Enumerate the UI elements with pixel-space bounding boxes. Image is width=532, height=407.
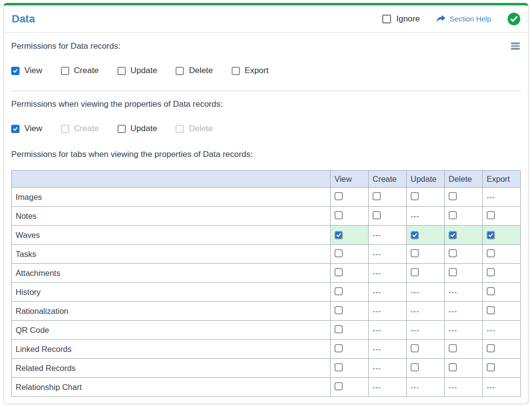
- checkbox-attachments-export[interactable]: [487, 268, 495, 276]
- perm-cell-rationalization-view[interactable]: [331, 302, 369, 321]
- checkbox-related-records-export[interactable]: [487, 363, 495, 371]
- checkbox-attachments-view[interactable]: [335, 268, 343, 276]
- checkbox-notes-view[interactable]: [335, 211, 343, 219]
- perm-cell-images-delete[interactable]: [445, 188, 483, 207]
- perm-cell-waves-view[interactable]: [331, 226, 369, 245]
- checkbox-notes-create[interactable]: [373, 211, 381, 219]
- perm-cell-waves-update[interactable]: [407, 226, 445, 245]
- perm-cell-tasks-delete[interactable]: [445, 245, 483, 264]
- not-applicable-marker: ---: [487, 193, 495, 201]
- checkbox-images-delete[interactable]: [449, 192, 457, 200]
- checkbox-related-records-update[interactable]: [411, 363, 419, 371]
- checkbox-label: Delete: [189, 66, 213, 76]
- column-header-export: Export: [483, 171, 521, 188]
- checkbox-item-delete[interactable]: Delete: [176, 66, 213, 76]
- checkbox-tasks-export[interactable]: [487, 249, 495, 257]
- perm-cell-linked-records-view[interactable]: [331, 340, 369, 359]
- checkbox-images-create[interactable]: [373, 192, 381, 200]
- perm-cell-waves-delete[interactable]: [445, 226, 483, 245]
- checkbox-linked-records-view[interactable]: [335, 344, 343, 352]
- header-actions: Ignore Section Help: [382, 13, 520, 25]
- checkbox-update[interactable]: [118, 67, 126, 75]
- checkbox-item-create[interactable]: Create: [61, 66, 99, 76]
- checkbox-item-view[interactable]: View: [11, 124, 42, 134]
- perm-cell-images-export: ---: [483, 188, 521, 207]
- perm-cell-rationalization-export[interactable]: [483, 302, 521, 321]
- perm-cell-tasks-export[interactable]: [483, 245, 521, 264]
- perm-cell-history-view[interactable]: [331, 283, 369, 302]
- perm-cell-related-records-delete[interactable]: [445, 359, 483, 378]
- checkbox-update[interactable]: [118, 125, 126, 133]
- not-applicable-marker: ---: [373, 250, 381, 258]
- section-help-link[interactable]: Section Help: [436, 15, 491, 23]
- checkbox-create: [61, 125, 69, 133]
- perm-cell-attachments-delete[interactable]: [445, 264, 483, 283]
- checkbox-item-view[interactable]: View: [11, 66, 42, 76]
- checkbox-attachments-delete[interactable]: [449, 268, 457, 276]
- checkbox-view[interactable]: [11, 67, 20, 75]
- checkbox-linked-records-update[interactable]: [411, 344, 419, 352]
- checkbox-qr-code-view[interactable]: [335, 325, 343, 333]
- not-applicable-marker: ---: [449, 383, 457, 391]
- checkbox-tasks-update[interactable]: [411, 249, 419, 257]
- checkbox-notes-delete[interactable]: [449, 211, 457, 219]
- checkbox-images-update[interactable]: [411, 192, 419, 200]
- perm-cell-attachments-view[interactable]: [331, 264, 369, 283]
- checkbox-item-update[interactable]: Update: [118, 124, 158, 134]
- checkbox-waves-update[interactable]: [411, 231, 419, 239]
- checkbox-item-update[interactable]: Update: [118, 66, 158, 76]
- perm-cell-notes-create[interactable]: [369, 207, 407, 226]
- checkbox-relationship-chart-view[interactable]: [335, 382, 343, 390]
- checkbox-related-records-view[interactable]: [335, 363, 343, 371]
- checkbox-item-export[interactable]: Export: [232, 66, 269, 76]
- hamburger-menu-icon[interactable]: [510, 41, 521, 51]
- checkbox-related-records-delete[interactable]: [449, 363, 457, 371]
- checkbox-waves-view[interactable]: [335, 231, 343, 239]
- checkbox-notes-export[interactable]: [487, 211, 495, 219]
- row-label: Waves: [12, 226, 331, 245]
- checkbox-waves-export[interactable]: [487, 231, 495, 239]
- ignore-checkbox[interactable]: [382, 15, 391, 23]
- perm-cell-history-export[interactable]: [483, 283, 521, 302]
- perm-cell-related-records-update[interactable]: [407, 359, 445, 378]
- checkbox-label: View: [24, 66, 42, 76]
- perm-cell-waves-export[interactable]: [483, 226, 521, 245]
- perm-cell-relationship-chart-view[interactable]: [331, 378, 369, 397]
- perm-cell-linked-records-delete[interactable]: [445, 340, 483, 359]
- checkbox-waves-delete[interactable]: [449, 231, 457, 239]
- checkbox-rationalization-export[interactable]: [487, 306, 495, 314]
- perm-cell-linked-records-export[interactable]: [483, 340, 521, 359]
- checkbox-linked-records-export[interactable]: [487, 344, 495, 352]
- checkbox-attachments-update[interactable]: [411, 268, 419, 276]
- section-divider: [11, 91, 521, 91]
- checkbox-rationalization-view[interactable]: [335, 306, 343, 314]
- perm-cell-linked-records-update[interactable]: [407, 340, 445, 359]
- checkbox-create[interactable]: [61, 67, 69, 75]
- perm-cell-qr-code-view[interactable]: [331, 321, 369, 340]
- checkbox-history-view[interactable]: [335, 287, 343, 295]
- perm-cell-attachments-export[interactable]: [483, 264, 521, 283]
- perm-cell-relationship-chart-export: ---: [483, 378, 521, 397]
- ignore-checkbox-item[interactable]: Ignore: [382, 14, 420, 24]
- perm-cell-attachments-update[interactable]: [407, 264, 445, 283]
- checkbox-linked-records-delete[interactable]: [449, 344, 457, 352]
- perm-cell-images-update[interactable]: [407, 188, 445, 207]
- perm-cell-related-records-export[interactable]: [483, 359, 521, 378]
- perm-cell-notes-export[interactable]: [483, 207, 521, 226]
- perm-cell-notes-view[interactable]: [331, 207, 369, 226]
- perm-cell-related-records-view[interactable]: [331, 359, 369, 378]
- section-body: Permissions for Data records: ViewCreate…: [4, 33, 528, 404]
- checkbox-images-view[interactable]: [335, 192, 343, 200]
- perm-cell-tasks-update[interactable]: [407, 245, 445, 264]
- checkbox-view[interactable]: [11, 125, 20, 133]
- perm-cell-notes-delete[interactable]: [445, 207, 483, 226]
- row-label: Related Records: [12, 359, 331, 378]
- perm-cell-images-create[interactable]: [369, 188, 407, 207]
- checkbox-tasks-delete[interactable]: [449, 249, 457, 257]
- perm-cell-images-view[interactable]: [331, 188, 369, 207]
- checkbox-delete[interactable]: [176, 67, 184, 75]
- checkbox-history-export[interactable]: [487, 287, 495, 295]
- checkbox-tasks-view[interactable]: [335, 249, 343, 257]
- perm-cell-tasks-view[interactable]: [331, 245, 369, 264]
- checkbox-export[interactable]: [232, 67, 240, 75]
